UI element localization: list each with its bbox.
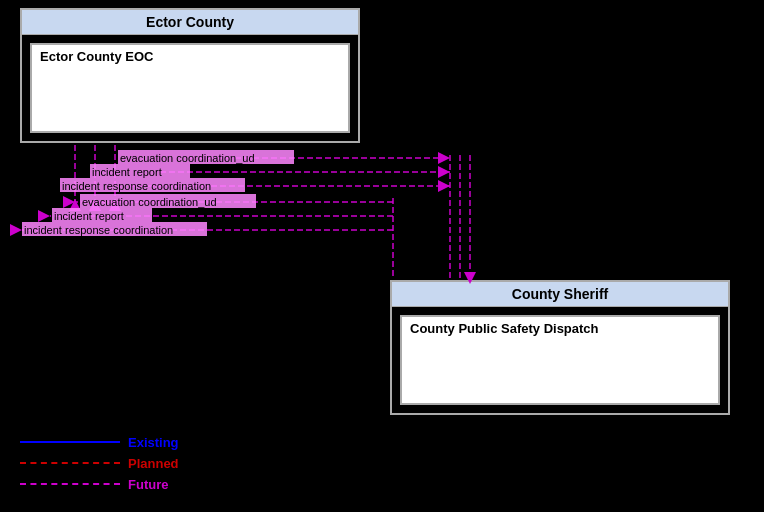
ector-county-header: Ector County [22,10,358,35]
svg-rect-21 [52,208,152,222]
legend-line-existing [20,441,120,444]
svg-text:evacuation coordination_ud: evacuation coordination_ud [82,196,217,208]
legend-item-planned: Planned [20,456,179,471]
county-sheriff-header: County Sheriff [392,282,728,307]
ector-county-eoc-title: Ector County EOC [40,49,340,64]
svg-rect-19 [80,194,256,208]
svg-rect-17 [60,178,245,192]
diagram-container: Ector County Ector County EOC County She… [0,0,764,512]
legend-item-existing: Existing [20,435,179,450]
legend-line-planned [20,462,120,465]
svg-text:incident response coordination: incident response coordination [62,180,211,192]
legend: Existing Planned Future [20,435,179,492]
legend-item-future: Future [20,477,179,492]
svg-text:incident report: incident report [92,166,162,178]
svg-rect-15 [90,164,190,178]
county-sheriff-box: County Sheriff County Public Safety Disp… [390,280,730,415]
legend-label-future: Future [128,477,168,492]
svg-rect-13 [118,150,294,164]
ector-county-box: Ector County Ector County EOC [20,8,360,143]
county-sheriff-subbox: County Public Safety Dispatch [400,315,720,405]
legend-label-existing: Existing [128,435,179,450]
legend-line-future [20,483,120,486]
ector-county-subbox: Ector County EOC [30,43,350,133]
svg-text:incident report: incident report [54,210,124,222]
county-public-safety-title: County Public Safety Dispatch [410,321,710,336]
svg-text:incident response coordination: incident response coordination [24,224,173,236]
svg-rect-23 [22,222,207,236]
svg-text:evacuation coordination_ud: evacuation coordination_ud [120,152,255,164]
legend-label-planned: Planned [128,456,179,471]
